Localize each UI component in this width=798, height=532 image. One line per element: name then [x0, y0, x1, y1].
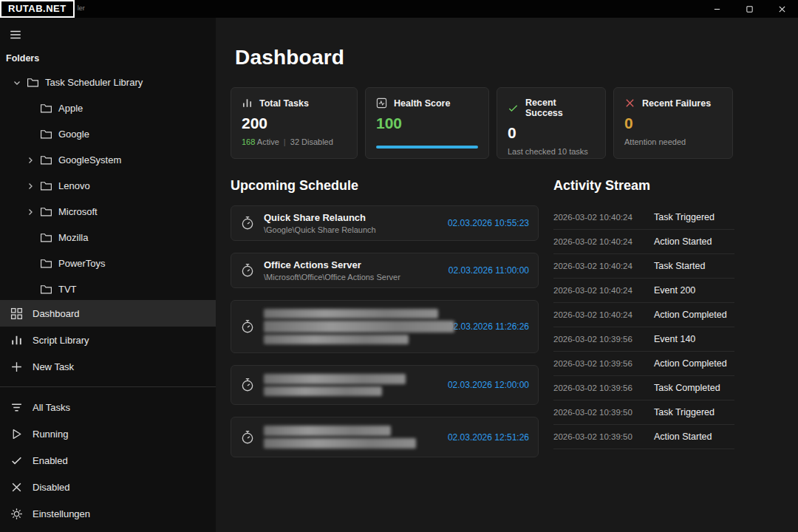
page-title: Dashboard: [235, 46, 779, 69]
upcoming-schedule-heading: Upcoming Schedule: [231, 178, 539, 194]
activity-event: Event 140: [654, 334, 695, 344]
tree-item-task-scheduler-library[interactable]: Task Scheduler Library: [0, 69, 216, 95]
folder-icon: [40, 102, 52, 115]
chevron-right-icon[interactable]: [25, 207, 35, 217]
redacted-text-block: [264, 386, 382, 396]
sidebar-item-label: New Task: [33, 361, 74, 372]
stopwatch-icon: [240, 319, 255, 334]
sidebar-item-label: Dashboard: [33, 308, 80, 319]
folder-icon: [40, 154, 52, 166]
tree-item-mozilla[interactable]: Mozilla: [0, 225, 216, 250]
chevron-down-icon[interactable]: [12, 78, 22, 88]
hamburger-menu-icon[interactable]: [9, 28, 22, 41]
stat-card-total-tasks[interactable]: Total Tasks 200 168 Active | 32 Disabled: [231, 87, 358, 159]
folder-icon: [40, 231, 52, 244]
activity-event: Event 200: [654, 285, 695, 296]
stopwatch-icon: [240, 430, 255, 445]
activity-timestamp: 2026-03-02 10:40:24: [553, 286, 654, 295]
redacted-text-block: [264, 321, 454, 332]
schedule-item[interactable]: Office Actions Server \Microsoft\Office\…: [231, 253, 539, 288]
main-content: Dashboard Total Tasks 200 168 Active | 3…: [216, 18, 798, 532]
redacted-text-block: [264, 335, 409, 344]
close-button[interactable]: [765, 0, 798, 18]
activity-row: 2026-03-02 10:39:56 Action Completed: [553, 352, 734, 376]
tree-item-tvt[interactable]: TVT: [0, 276, 216, 300]
rutab-watermark: RUTAB.NET: [0, 0, 75, 18]
activity-timestamp: 2026-03-02 10:40:24: [553, 213, 654, 222]
check-icon: [508, 103, 519, 114]
sidebar-item-new-task[interactable]: New Task: [0, 353, 216, 380]
activity-event: Action Started: [654, 432, 712, 442]
tree-item-label: GoogleSystem: [58, 154, 121, 166]
upcoming-schedule-section: Upcoming Schedule Quick Share Relaunch \…: [231, 178, 539, 469]
gear-icon: [10, 508, 23, 520]
sidebar-item-enabled[interactable]: Enabled: [0, 447, 216, 474]
folder-icon: [40, 205, 52, 218]
stat-subtitle: 168 Active | 32 Disabled: [242, 137, 347, 146]
sidebar-item-dashboard[interactable]: Dashboard: [0, 300, 216, 327]
folder-tree: Task Scheduler Library Apple Google Goog…: [0, 69, 216, 300]
close-icon: [778, 5, 786, 13]
schedule-item[interactable]: Quick Share Relaunch \Google\Quick Share…: [231, 205, 539, 241]
activity-timestamp: 2026-03-02 10:39:56: [553, 359, 654, 368]
check-icon: [10, 454, 23, 467]
activity-timestamp: 2026-03-02 10:39:56: [553, 383, 654, 392]
tree-item-powertoys[interactable]: PowerToys: [0, 250, 216, 276]
redacted-text-block: [264, 374, 406, 384]
activity-event: Task Started: [654, 261, 705, 271]
schedule-time: 02.03.2026 11:26:26: [449, 321, 529, 332]
chevron-right-icon[interactable]: [25, 181, 35, 191]
sidebar-item-label: Script Library: [33, 335, 89, 346]
activity-event: Action Completed: [654, 358, 727, 369]
stat-card-recent-failures[interactable]: Recent Failures 0 Attention needed: [613, 87, 733, 159]
schedule-task-path: \Microsoft\Office\Office Actions Server: [264, 273, 434, 282]
stat-title: Recent Failures: [642, 98, 711, 109]
tree-item-microsoft[interactable]: Microsoft: [0, 199, 216, 225]
activity-row: 2026-03-02 10:40:24 Action Completed: [553, 303, 734, 327]
sidebar-item-label: Einstellungen: [33, 508, 90, 519]
schedule-item-redacted[interactable]: 02.03.2026 11:26:26: [231, 300, 539, 353]
activity-timestamp: 2026-03-02 10:39:50: [553, 432, 654, 441]
schedule-time: 02.03.2026 10:55:23: [448, 218, 529, 228]
tree-item-label: Microsoft: [58, 206, 98, 217]
stat-card-health-score[interactable]: Health Score 100: [365, 87, 489, 159]
tree-item-label: Task Scheduler Library: [45, 77, 143, 88]
maximize-button[interactable]: [733, 0, 765, 18]
activity-event: Action Completed: [654, 310, 727, 320]
minimize-button[interactable]: [700, 0, 733, 18]
sidebar-item-label: Enabled: [33, 455, 68, 466]
tree-item-label: Mozilla: [58, 232, 88, 243]
x-icon: [10, 481, 23, 494]
activity-row: 2026-03-02 10:40:24 Task Started: [553, 254, 734, 279]
schedule-item-redacted[interactable]: 02.03.2026 12:51:26: [231, 417, 539, 457]
activity-event: Task Completed: [654, 383, 720, 393]
activity-row: 2026-03-02 10:40:24 Action Started: [553, 230, 734, 254]
chevron-right-icon[interactable]: [25, 155, 35, 166]
folder-icon: [40, 128, 52, 140]
schedule-item-redacted[interactable]: 02.03.2026 12:00:00: [231, 365, 539, 405]
stat-cards-row: Total Tasks 200 168 Active | 32 Disabled…: [231, 87, 779, 159]
tree-item-label: Google: [58, 129, 89, 140]
activity-row: 2026-03-02 10:40:24 Event 200: [553, 279, 734, 303]
stat-value: 0: [624, 115, 722, 132]
sidebar-item-disabled[interactable]: Disabled: [0, 474, 216, 500]
minimize-icon: [713, 5, 721, 13]
schedule-task-name: Office Actions Server: [264, 259, 434, 270]
sidebar-item-einstellungen[interactable]: Einstellungen: [0, 500, 216, 527]
title-bar: RUTAB.NET ler: [0, 0, 798, 18]
sidebar-item-script-library[interactable]: Script Library: [0, 327, 216, 353]
health-progress-bar: [376, 146, 478, 149]
sidebar-item-all-tasks[interactable]: All Tasks: [0, 394, 216, 420]
tree-item-lenovo[interactable]: Lenovo: [0, 173, 216, 199]
schedule-time: 02.03.2026 12:51:26: [448, 432, 529, 443]
tree-item-apple[interactable]: Apple: [0, 95, 216, 121]
tree-item-google[interactable]: Google: [0, 121, 216, 147]
folder-icon: [27, 76, 39, 89]
activity-timestamp: 2026-03-02 10:40:24: [553, 262, 654, 270]
tree-item-googlesystem[interactable]: GoogleSystem: [0, 147, 216, 173]
stat-card-recent-success[interactable]: Recent Success 0 Last checked 10 tasks: [497, 87, 606, 159]
sidebar-item-running[interactable]: Running: [0, 420, 216, 447]
activity-row: 2026-03-02 10:39:56 Event 140: [553, 327, 734, 352]
activity-timestamp: 2026-03-02 10:39:56: [553, 335, 654, 344]
activity-row: 2026-03-02 10:39:56 Task Completed: [553, 376, 734, 400]
